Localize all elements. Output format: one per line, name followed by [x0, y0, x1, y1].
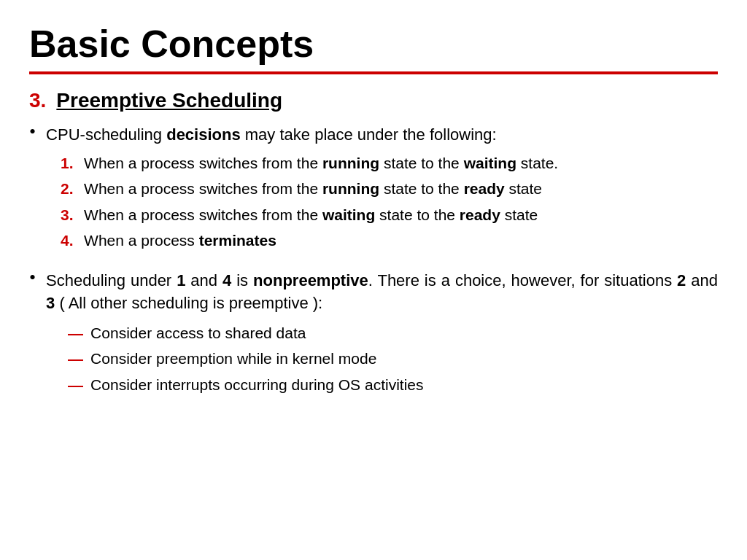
- dash-text-1: Consider access to shared data: [90, 322, 718, 343]
- list-num-2: 2.: [61, 178, 75, 199]
- dash-text-2: Consider preemption while in kernel mode: [90, 348, 718, 369]
- dash-sym-1: —: [68, 322, 83, 343]
- dash-sym-3: —: [68, 374, 83, 395]
- section-heading: 3. Preemptive Scheduling: [29, 89, 718, 112]
- list-text-2: When a process switches from the running…: [84, 178, 718, 199]
- section-title: Preemptive Scheduling: [56, 89, 282, 112]
- list-item-3: 3. When a process switches from the wait…: [61, 204, 718, 225]
- section-number: 3.: [29, 89, 46, 112]
- list-num-1: 1.: [61, 152, 75, 174]
- slide-title: Basic Concepts: [29, 22, 718, 66]
- list-item-1: 1. When a process switches from the runn…: [61, 152, 718, 174]
- bullet-text-2: Scheduling under 1 and 4 is nonpreemptiv…: [46, 270, 718, 400]
- dash-text-3: Consider interrupts occurring during OS …: [90, 374, 718, 395]
- red-divider: [29, 71, 718, 74]
- dash-sym-2: —: [68, 348, 83, 369]
- list-num-4: 4.: [61, 230, 75, 251]
- list-text-4: When a process terminates: [84, 230, 718, 251]
- numbered-list: 1. When a process switches from the runn…: [61, 152, 718, 252]
- list-text-1: When a process switches from the running…: [84, 152, 718, 174]
- dash-item-1: — Consider access to shared data: [68, 322, 718, 343]
- list-item-2: 2. When a process switches from the runn…: [61, 178, 718, 199]
- slide: Basic Concepts 3. Preemptive Scheduling …: [0, 0, 747, 560]
- list-text-3: When a process switches from the waiting…: [84, 204, 718, 225]
- dash-list: — Consider access to shared data — Consi…: [68, 322, 718, 395]
- bullet-item-1: • CPU-scheduling decisions may take plac…: [29, 124, 718, 255]
- bullet-item-2: • Scheduling under 1 and 4 is nonpreempt…: [29, 270, 718, 400]
- list-num-3: 3.: [61, 204, 75, 225]
- dash-item-3: — Consider interrupts occurring during O…: [68, 374, 718, 395]
- bullet-text-1: CPU-scheduling decisions may take place …: [46, 124, 718, 255]
- list-item-4: 4. When a process terminates: [61, 230, 718, 251]
- dash-item-2: — Consider preemption while in kernel mo…: [68, 348, 718, 369]
- bullet-dot-1: •: [29, 121, 36, 143]
- bullet-dot-2: •: [29, 267, 36, 289]
